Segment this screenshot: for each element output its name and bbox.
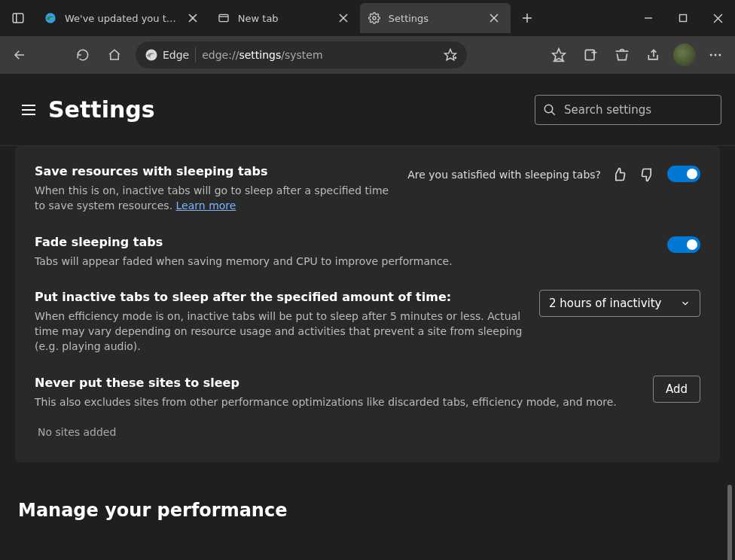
gear-icon <box>368 11 381 25</box>
fade-tabs-toggle[interactable] <box>667 236 700 253</box>
separator <box>195 47 196 62</box>
fade-tabs-title: Fade sleeping tabs <box>35 235 652 249</box>
thumbs-up-button[interactable] <box>608 164 630 185</box>
sleep-timeout-title: Put inactive tabs to sleep after the spe… <box>35 290 524 304</box>
svg-line-36 <box>551 111 555 115</box>
learn-more-link[interactable]: Learn more <box>176 199 236 212</box>
never-sleep-empty: No sites added <box>35 420 700 440</box>
site-identity: Edge <box>142 48 189 62</box>
close-icon[interactable] <box>334 9 352 27</box>
sleep-timeout-select[interactable]: 2 hours of inactivity <box>539 290 700 317</box>
sleep-timeout-desc: When efficiency mode is on, inactive tab… <box>35 309 524 355</box>
tab-title: New tab <box>238 13 327 24</box>
svg-rect-15 <box>680 15 687 22</box>
svg-point-9 <box>373 17 376 20</box>
search-field[interactable] <box>564 103 713 117</box>
new-tab-button[interactable] <box>514 5 541 32</box>
svg-rect-0 <box>13 14 23 23</box>
collections-button[interactable] <box>575 40 605 70</box>
add-site-button[interactable]: Add <box>653 376 700 403</box>
close-icon[interactable] <box>184 9 202 27</box>
close-icon[interactable] <box>485 9 503 27</box>
sleeping-tabs-toggle[interactable] <box>667 166 700 182</box>
site-identity-label: Edge <box>163 49 189 61</box>
newtab-icon <box>217 11 230 25</box>
svg-marker-23 <box>553 49 566 61</box>
svg-point-31 <box>718 54 721 56</box>
settings-menu-button[interactable] <box>14 95 44 125</box>
svg-point-29 <box>710 54 712 56</box>
chevron-down-icon <box>680 298 691 309</box>
never-sleep-desc: This also excludes sites from other perf… <box>35 394 638 409</box>
scrollbar-thumb[interactable] <box>727 485 732 560</box>
tab-newtab[interactable]: New tab <box>209 3 360 33</box>
edge-icon <box>44 11 57 25</box>
fade-tabs-desc: Tabs will appear faded when saving memor… <box>35 254 652 269</box>
minimize-button[interactable] <box>631 5 666 31</box>
svg-rect-5 <box>219 14 228 21</box>
tab-title: Settings <box>389 13 477 24</box>
feedback-prompt: Are you satisfied with sleeping tabs? <box>407 164 658 185</box>
never-sleep-title: Never put these sites to sleep <box>35 376 638 390</box>
sleep-timeout-value: 2 hours of inactivity <box>549 297 661 310</box>
favorites-button[interactable] <box>544 40 574 70</box>
sleeping-tabs-title: Save resources with sleeping tabs <box>35 164 392 178</box>
thumbs-down-button[interactable] <box>637 164 658 185</box>
shopping-button[interactable] <box>607 40 637 70</box>
svg-marker-20 <box>445 50 456 60</box>
tab-title: We've updated you t… <box>65 13 176 24</box>
sleeping-tabs-card: Save resources with sleeping tabs When t… <box>15 146 720 462</box>
tab-settings[interactable]: Settings <box>360 3 511 33</box>
maximize-button[interactable] <box>666 5 700 31</box>
home-button[interactable] <box>99 40 130 70</box>
address-bar[interactable]: Edge edge://settings/system <box>136 41 467 68</box>
back-button[interactable] <box>5 40 35 70</box>
svg-rect-25 <box>585 50 594 59</box>
search-icon <box>543 103 557 117</box>
svg-point-35 <box>544 105 553 113</box>
sleeping-tabs-desc: When this is on, inactive tabs will go t… <box>35 183 392 214</box>
favorite-button[interactable] <box>440 48 461 62</box>
refresh-button[interactable] <box>68 40 98 70</box>
search-settings-input[interactable] <box>535 95 721 125</box>
tab-edge-update[interactable]: We've updated you t… <box>36 3 209 33</box>
tab-actions-button[interactable] <box>0 0 36 36</box>
address-text: edge://settings/system <box>202 49 322 61</box>
close-window-button[interactable] <box>700 5 735 31</box>
page-title: Settings <box>48 96 155 123</box>
share-button[interactable] <box>639 40 669 70</box>
menu-button[interactable] <box>700 40 730 70</box>
profile-button[interactable] <box>673 44 696 66</box>
svg-point-30 <box>715 54 717 56</box>
performance-heading: Manage your performance <box>15 492 720 528</box>
